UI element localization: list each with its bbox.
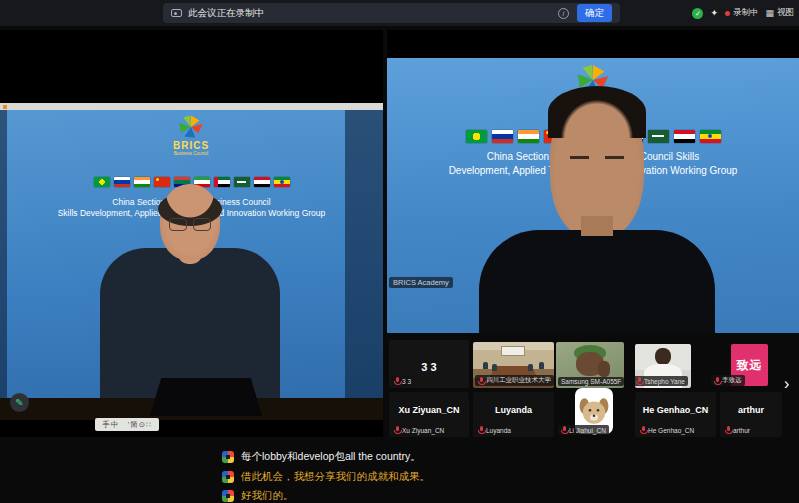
presenter-head — [160, 184, 220, 260]
participant-tile[interactable]: Xu Ziyuan_CN Xu Ziyuan_CN — [389, 392, 469, 437]
participant-label: Xu Ziyuan_CN — [389, 405, 469, 415]
participant-name-tag: Li Jiahui_CN — [558, 425, 609, 435]
security-shield-icon[interactable]: ✓ — [692, 8, 703, 19]
flag-ethiopia-icon — [274, 177, 290, 187]
participant-tile[interactable]: 致远 李致远 — [731, 344, 768, 386]
participant-tile[interactable]: Tshepho Yane — [635, 344, 691, 388]
participant-name-tag: 四川工业职业技术大学 — [475, 375, 554, 386]
muted-mic-icon — [640, 426, 646, 434]
brics-pinwheel-icon — [178, 114, 204, 140]
participant-name-tag: arthur — [722, 425, 753, 435]
recording-notification: 此会议正在录制中 i 确定 — [163, 3, 620, 23]
participant-name-tag: He Genhao_CN — [637, 425, 697, 435]
attendee-figure — [483, 362, 488, 369]
participant-face — [655, 348, 671, 365]
right-slide-background: BRICS Business Council China Section of … — [387, 58, 799, 333]
caption-line: 借此机会，我想分享我们的成就和成果。 — [222, 470, 430, 484]
attendee-figure — [539, 362, 544, 369]
recording-dot-icon — [725, 11, 730, 16]
participant-hand — [598, 361, 610, 377]
confirm-button[interactable]: 确定 — [577, 4, 612, 22]
participant-name-tag: Tshepho Yane — [635, 376, 688, 386]
flag-russia-icon — [492, 130, 513, 143]
flag-brazil-icon — [94, 177, 110, 187]
muted-mic-icon — [394, 426, 400, 434]
video-feed-left[interactable]: BRICS Business Council China Section of … — [0, 30, 383, 437]
meeting-window: 此会议正在录制中 i 确定 ✓ ✦ 录制中 ▦ 视图 — [0, 0, 799, 503]
info-icon[interactable]: i — [558, 8, 569, 19]
participant-tile[interactable]: He Genhao_CN He Genhao_CN — [635, 392, 716, 437]
flag-india-icon — [134, 177, 150, 187]
participant-tile[interactable]: Luyanda Luyanda — [473, 392, 554, 437]
participant-label: He Genhao_CN — [635, 405, 716, 415]
view-button[interactable]: ▦ 视图 — [765, 7, 794, 19]
muted-mic-icon — [725, 426, 731, 434]
muted-mic-icon — [478, 426, 484, 434]
speaker-brows — [570, 156, 624, 159]
participant-tile[interactable]: 3 3 3 3 — [389, 340, 469, 388]
left-slide-background: BRICS Business Council China Section of … — [0, 110, 383, 420]
window-app-icon — [3, 105, 7, 109]
flag-saudi-arabia-icon — [234, 177, 250, 187]
recording-status[interactable]: 录制中 — [725, 7, 759, 19]
muted-mic-icon — [394, 377, 400, 385]
flag-russia-icon — [114, 177, 130, 187]
flag-uae-icon — [214, 177, 230, 187]
grid-view-icon: ▦ — [765, 8, 774, 18]
flag-egypt-icon — [674, 130, 695, 143]
flag-ethiopia-icon — [700, 130, 721, 143]
caption-text: 好我们的。 — [241, 489, 294, 503]
top-bar: 此会议正在录制中 i 确定 ✓ ✦ 录制中 ▦ 视图 — [0, 0, 799, 26]
participant-tile[interactable]: 四川工业职业技术大学 — [473, 342, 554, 388]
flag-saudi-arabia-icon — [648, 130, 669, 143]
laptop — [150, 378, 262, 416]
speaker-body — [479, 230, 715, 333]
participant-tile[interactable]: Li Jiahui_CN — [556, 392, 624, 437]
conference-room-screen — [501, 346, 525, 356]
video-feed-right[interactable]: BRICS Business Council China Section of … — [387, 30, 799, 333]
attendee-figure — [528, 364, 533, 371]
participant-name-tag: Xu Ziyuan_CN — [391, 425, 447, 435]
sparkle-icon[interactable]: ✦ — [710, 8, 718, 18]
right-dark-edge — [345, 110, 383, 420]
caption-line: 每个lobby和develop包all the country。 — [222, 450, 421, 464]
chevron-right-icon[interactable]: › — [784, 375, 789, 393]
left-dark-edge — [0, 110, 7, 420]
participant-tile[interactable]: Samsung SM-A055F — [556, 342, 624, 388]
view-button-label: 视图 — [777, 7, 794, 19]
speaker-name-label: BRICS Academy — [389, 277, 453, 288]
participant-avatar-text: 致远 — [737, 357, 763, 374]
brics-logo-text: BRICS — [151, 140, 231, 151]
attendee-figure — [492, 364, 497, 371]
annotate-pencil-button[interactable]: ✎ — [10, 393, 29, 412]
muted-mic-icon — [636, 377, 642, 385]
speaker-neck — [581, 216, 613, 236]
flag-india-icon — [518, 130, 539, 143]
shared-window-titlebar — [0, 103, 383, 110]
participant-name-tag: 李致远 — [711, 375, 745, 386]
translation-icon — [222, 490, 234, 502]
participant-label: 3 3 — [389, 361, 469, 373]
participant-label: arthur — [720, 405, 782, 415]
brics-logo-subtext: Business Council — [151, 151, 231, 156]
muted-mic-icon — [561, 426, 567, 434]
participant-tile[interactable]: arthur arthur — [720, 392, 782, 437]
translation-icon — [222, 471, 234, 483]
translation-icon — [222, 451, 234, 463]
speaker-hair — [548, 86, 646, 138]
recording-status-label: 录制中 — [733, 7, 759, 19]
ime-toolbar[interactable]: 手中ゝ'简⊙∷ — [95, 418, 159, 431]
recording-screen-icon — [171, 9, 182, 17]
participant-name-tag: Samsung SM-A055F — [558, 377, 624, 386]
top-right-controls: ✓ ✦ 录制中 ▦ 视图 — [692, 0, 794, 26]
presenter-glasses — [169, 218, 211, 230]
muted-mic-icon — [478, 377, 484, 385]
caption-text: 每个lobby和develop包all the country。 — [241, 450, 421, 464]
muted-mic-icon — [714, 377, 720, 385]
participant-name-tag: Luyanda — [475, 425, 514, 435]
brics-logo: BRICS Business Council — [151, 114, 231, 156]
participant-name-tag: 3 3 — [391, 376, 414, 386]
caption-line: 好我们的。 — [222, 489, 294, 503]
flag-egypt-icon — [254, 177, 270, 187]
participant-label: Luyanda — [473, 405, 554, 415]
